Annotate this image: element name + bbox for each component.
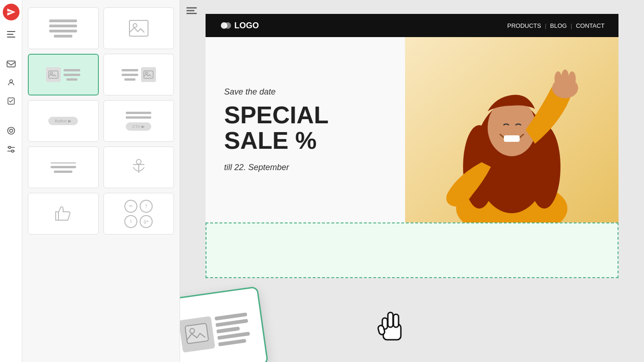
nav-sep-2: |: [571, 22, 572, 29]
blocks-panel: Button ▶ CTA ▶: [22, 0, 180, 362]
svg-rect-44: [393, 314, 399, 327]
like-icon: [53, 203, 73, 224]
email-nav-button[interactable]: [3, 56, 19, 72]
canvas-menu-button[interactable]: [187, 6, 197, 17]
svg-rect-35: [504, 135, 520, 142]
svg-rect-43: [388, 312, 393, 327]
user-icon: [7, 78, 15, 87]
divider-icon: [51, 162, 76, 173]
email-nav-links: PRODUCTS | BLOG | CONTACT: [507, 22, 605, 29]
hero-title: SPECIAL SALE %: [224, 102, 386, 153]
svg-point-25: [225, 22, 231, 29]
text-button-icon: CTA ▶: [126, 112, 151, 131]
drag-card: [180, 286, 269, 362]
email-template: LOGO PRODUCTS | BLOG | CONTACT Save the …: [206, 14, 618, 278]
svg-point-37: [554, 71, 562, 86]
anchor-icon: [130, 158, 147, 177]
nav-products: PRODUCTS: [507, 22, 541, 29]
adjust-icon: [6, 146, 16, 153]
svg-point-10: [8, 146, 11, 149]
text-image-combo-icon: [122, 67, 156, 82]
svg-rect-40: [185, 323, 209, 343]
hamburger-icon: [6, 31, 16, 38]
text-lines-icon: [49, 19, 77, 38]
hero-save-text: Save the date: [224, 87, 386, 97]
image-placeholder-icon: [129, 19, 149, 37]
email-icon: [6, 60, 16, 68]
drag-card-content: [180, 311, 251, 353]
svg-point-6: [9, 129, 13, 133]
anchor-block[interactable]: [103, 146, 174, 188]
svg-point-18: [136, 159, 141, 164]
cursor-hand: [375, 308, 407, 349]
social-icons: ✏ f t g+: [124, 200, 153, 228]
hero-date-text: till 22. September: [224, 163, 386, 172]
drag-card-image: [180, 316, 215, 353]
hero-image: [405, 37, 618, 222]
text-button-block[interactable]: CTA ▶: [103, 100, 174, 142]
email-logo: LOGO: [219, 19, 259, 32]
image-text-block[interactable]: [28, 54, 99, 95]
nav-sep-1: |: [545, 22, 546, 29]
svg-point-11: [11, 150, 13, 152]
send-icon: [6, 7, 16, 17]
svg-point-13: [133, 24, 137, 27]
email-dropzone[interactable]: [206, 222, 618, 278]
like-block[interactable]: [28, 193, 99, 235]
hamburger-menu-button[interactable]: [3, 26, 19, 43]
divider-text-block[interactable]: [28, 146, 99, 188]
social-block[interactable]: ✏ f t g+: [103, 193, 174, 235]
svg-rect-3: [7, 61, 15, 67]
svg-point-39: [568, 71, 576, 86]
logo-text: LOGO: [234, 21, 259, 31]
svg-point-7: [7, 127, 14, 134]
logo-icon: [219, 19, 232, 32]
nav-contact: CONTACT: [576, 22, 605, 29]
left-toolbar: [0, 0, 22, 362]
button-icon: Button ▶: [48, 117, 78, 125]
canvas-hamburger-icon: [187, 6, 197, 15]
hand-cursor-icon: [375, 308, 407, 345]
drag-card-lines: [215, 312, 251, 346]
text-image-block[interactable]: [103, 54, 174, 95]
svg-point-38: [561, 70, 569, 84]
tasks-nav-button[interactable]: [3, 93, 19, 109]
svg-point-4: [10, 80, 13, 83]
text-lines-block[interactable]: [28, 7, 99, 49]
email-hero: Save the date SPECIAL SALE % till 22. Se…: [206, 37, 618, 222]
templates-nav-button[interactable]: [3, 122, 19, 139]
button-block[interactable]: Button ▶: [28, 100, 99, 142]
woman-illustration: [405, 37, 618, 222]
email-navbar: LOGO PRODUCTS | BLOG | CONTACT: [206, 14, 618, 37]
canvas-area: LOGO PRODUCTS | BLOG | CONTACT Save the …: [180, 0, 644, 362]
app-logo[interactable]: [3, 4, 19, 20]
hero-text-area: Save the date SPECIAL SALE % till 22. Se…: [206, 37, 405, 222]
svg-rect-12: [129, 20, 148, 36]
check-icon: [7, 96, 15, 106]
adjust-nav-button[interactable]: [3, 141, 19, 158]
profile-nav-button[interactable]: [3, 74, 19, 91]
image-text-combo-icon: [46, 67, 80, 82]
template-icon: [6, 126, 16, 135]
nav-blog: BLOG: [550, 22, 567, 29]
image-block[interactable]: [103, 7, 174, 49]
